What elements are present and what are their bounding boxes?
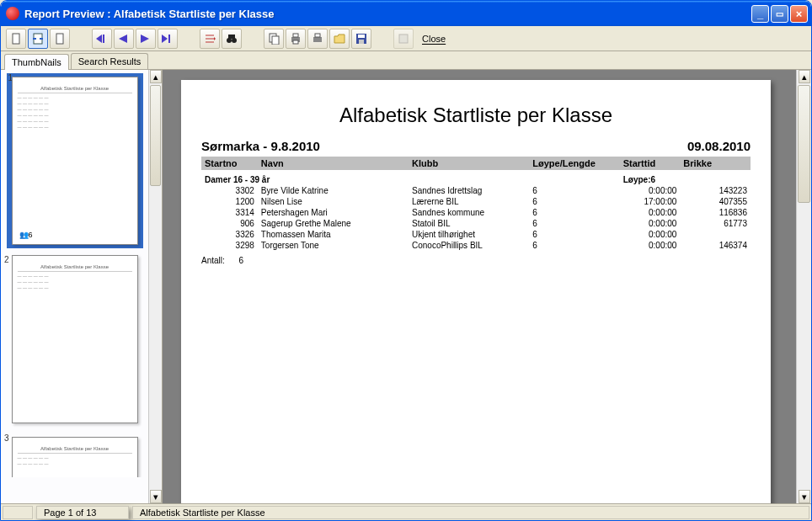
scroll-thumb[interactable] bbox=[150, 85, 161, 186]
thumbnail-scrollbar[interactable]: ▴ ▾ bbox=[148, 70, 162, 503]
page-actual-button[interactable] bbox=[50, 29, 70, 49]
scroll-up-button[interactable]: ▴ bbox=[799, 70, 810, 83]
cell-brikke: 143223 bbox=[680, 185, 751, 196]
close-window-button[interactable]: × bbox=[790, 5, 808, 23]
prev-icon bbox=[119, 35, 129, 43]
search-button[interactable] bbox=[222, 29, 242, 49]
status-title: Alfabetisk Startliste per Klasse bbox=[132, 506, 809, 519]
page-icon bbox=[54, 33, 66, 45]
floppy-icon bbox=[355, 33, 367, 45]
page-width-icon bbox=[32, 33, 44, 45]
svg-marker-7 bbox=[119, 35, 127, 43]
scroll-up-button[interactable]: ▴ bbox=[150, 70, 162, 83]
thumbnail-panel: 1 Alfabetisk Startliste per Klasse — — —… bbox=[1, 70, 163, 503]
thumbnail-page-3[interactable]: 3 Alfabetisk Startliste per Klasse — — —… bbox=[3, 433, 147, 477]
report-date: 09.08.2010 bbox=[687, 139, 751, 153]
thumbnail-page-2[interactable]: 2 Alfabetisk Startliste per Klasse — — —… bbox=[3, 255, 147, 423]
outline-icon bbox=[204, 34, 216, 44]
svg-rect-19 bbox=[272, 36, 279, 45]
svg-marker-25 bbox=[334, 35, 345, 43]
scroll-down-button[interactable]: ▾ bbox=[799, 490, 810, 503]
next-page-button[interactable] bbox=[136, 29, 156, 49]
close-button[interactable]: Close bbox=[422, 34, 446, 44]
outline-button[interactable] bbox=[200, 29, 220, 49]
table-row: 3298Torgersen ToneConocoPhillips BIL60:0… bbox=[201, 240, 751, 251]
svg-marker-5 bbox=[96, 35, 102, 43]
cell-klubb: Statoil BIL bbox=[409, 218, 529, 229]
preview-scrollbar[interactable]: ▴ ▾ bbox=[796, 70, 811, 503]
tab-search-results[interactable]: Search Results bbox=[71, 53, 149, 69]
maximize-button[interactable]: ▭ bbox=[771, 5, 788, 23]
copy-button[interactable] bbox=[264, 29, 284, 49]
scroll-down-button[interactable]: ▾ bbox=[150, 490, 162, 503]
minimize-button[interactable]: _ bbox=[751, 5, 769, 23]
scroll-thumb[interactable] bbox=[798, 85, 810, 203]
save-button[interactable] bbox=[351, 29, 371, 49]
prev-page-button[interactable] bbox=[114, 29, 134, 49]
main-area: 1 Alfabetisk Startliste per Klasse — — —… bbox=[1, 69, 811, 503]
col-starttid: Starttid bbox=[620, 157, 681, 170]
cell-startno: 3302 bbox=[201, 185, 258, 196]
cell-brikke: 61773 bbox=[680, 218, 751, 229]
thumbnail-title: Alfabetisk Startliste per Klasse bbox=[18, 446, 132, 454]
svg-rect-17 bbox=[228, 35, 235, 39]
cell-starttid: 0:00:00 bbox=[620, 207, 681, 218]
svg-rect-6 bbox=[103, 35, 104, 43]
col-startno: Startno bbox=[201, 157, 258, 170]
col-navn: Navn bbox=[258, 157, 409, 170]
cell-loype-lengde: 6 bbox=[529, 240, 619, 251]
col-loype-lengde: Løype/Lengde bbox=[529, 157, 619, 170]
open-button[interactable] bbox=[329, 29, 350, 49]
cell-navn: Thomassen Marita bbox=[258, 229, 409, 240]
export-button[interactable] bbox=[393, 29, 414, 49]
page-icon bbox=[10, 33, 22, 45]
cell-brikke: 146374 bbox=[680, 240, 751, 251]
binoculars-icon bbox=[226, 33, 238, 45]
thumbnail-title: Alfabetisk Startliste per Klasse bbox=[18, 264, 132, 272]
report-page: Alfabetisk Startliste per Klasse Sørmark… bbox=[181, 80, 771, 503]
table-row: 906Sagerup Grethe MaleneStatoil BIL60:00… bbox=[201, 218, 751, 229]
svg-rect-24 bbox=[315, 34, 320, 37]
cell-navn: Torgersen Tone bbox=[258, 240, 409, 251]
thumbnail-number: 3 bbox=[4, 433, 9, 443]
first-page-button[interactable] bbox=[92, 29, 112, 49]
copy-icon bbox=[268, 33, 280, 45]
print-setup-button[interactable] bbox=[307, 29, 328, 49]
svg-rect-0 bbox=[13, 34, 19, 44]
last-page-button[interactable] bbox=[158, 29, 178, 49]
status-bar: Page 1 of 13 Alfabetisk Startliste per K… bbox=[1, 503, 811, 520]
page-width-button[interactable] bbox=[28, 29, 48, 49]
preview-canvas[interactable]: Alfabetisk Startliste per Klasse Sørmark… bbox=[163, 70, 796, 503]
table-row: 3314Petershagen MariSandnes kommune60:00… bbox=[201, 207, 751, 218]
cell-loype-lengde: 6 bbox=[529, 196, 619, 207]
cell-klubb: Sandnes Idrettslag bbox=[409, 185, 529, 196]
page-fit-button[interactable] bbox=[6, 29, 26, 49]
first-icon bbox=[96, 35, 108, 43]
cell-navn: Petershagen Mari bbox=[258, 207, 409, 218]
preview-area: Alfabetisk Startliste per Klasse Sørmark… bbox=[163, 70, 811, 503]
report-title: Alfabetisk Startliste per Klasse bbox=[201, 104, 751, 127]
cell-navn: Byre Vilde Katrine bbox=[258, 185, 409, 196]
folder-open-icon bbox=[334, 34, 345, 44]
group-row: Damer 16 - 39 år Løype:6 bbox=[201, 170, 751, 185]
window-title: Report Preview : Alfabetisk Startliste p… bbox=[24, 8, 274, 20]
last-icon bbox=[162, 35, 174, 43]
status-page: Page 1 of 13 bbox=[36, 506, 129, 519]
cell-brikke: 116836 bbox=[680, 207, 751, 218]
svg-marker-9 bbox=[162, 35, 168, 43]
print-button[interactable] bbox=[286, 29, 306, 49]
thumbnail-count: 👥6 bbox=[19, 231, 33, 239]
thumbnail-page-1[interactable]: 1 Alfabetisk Startliste per Klasse — — —… bbox=[7, 73, 143, 248]
svg-rect-21 bbox=[293, 34, 298, 37]
table-row: 3326Thomassen MaritaUkjent tilhørighet60… bbox=[201, 229, 751, 240]
app-icon bbox=[6, 7, 19, 20]
thumbnail-list: 1 Alfabetisk Startliste per Klasse — — —… bbox=[1, 70, 148, 503]
cell-startno: 1200 bbox=[201, 196, 258, 207]
tab-thumbnails[interactable]: ThumbNails bbox=[4, 54, 69, 70]
report-table: Startno Navn Klubb Løype/Lengde Starttid… bbox=[201, 157, 751, 251]
cell-startno: 3298 bbox=[201, 240, 258, 251]
cell-starttid: 0:00:00 bbox=[620, 218, 681, 229]
printer-setup-icon bbox=[312, 33, 323, 45]
printer-icon bbox=[290, 33, 302, 45]
status-blank bbox=[3, 506, 33, 519]
